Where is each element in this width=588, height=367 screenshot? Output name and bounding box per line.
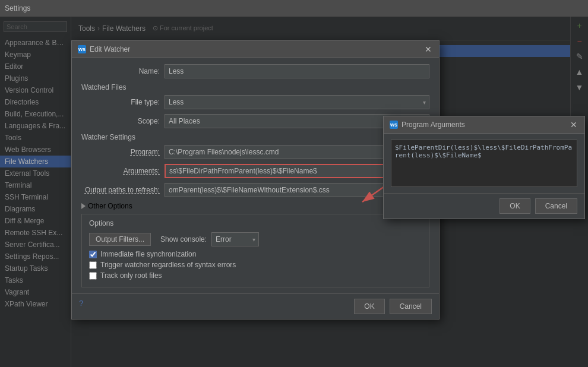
show-console-select-wrapper: Error Always Never ▾ <box>211 232 259 246</box>
trigger-watcher-label: Trigger watcher regardless of syntax err… <box>100 261 236 269</box>
edit-watcher-footer: ? OK Cancel <box>72 293 439 319</box>
prog-args-dialog: ws Program Arguments ✕ $FileParentDir(le… <box>383 116 585 219</box>
prog-args-ws-icon: ws <box>390 121 398 129</box>
options-row-1: Output Filters... Show console: Error Al… <box>89 232 422 246</box>
options-section-title: Options <box>89 219 422 227</box>
output-paths-row: Output paths to refresh: Insert <box>81 183 429 197</box>
arguments-label: Arguments: <box>81 167 165 175</box>
scope-label: Scope: <box>81 117 165 125</box>
help-icon[interactable]: ? <box>79 299 83 314</box>
prog-args-ok-button[interactable]: OK <box>500 198 530 214</box>
prog-args-title-text: Program Arguments <box>402 121 465 129</box>
title-bar: Settings <box>0 0 588 17</box>
edit-watcher-ok-button[interactable]: OK <box>354 299 384 314</box>
prog-args-content: $FileParentDir(less)$\less\$FileDirPathF… <box>391 140 577 187</box>
program-label: Program: <box>81 148 165 156</box>
show-console-row: Show console: Error Always Never ▾ <box>160 232 259 246</box>
watched-files-section-title: Watched Files <box>81 83 429 91</box>
name-row: Name: <box>81 64 429 78</box>
output-filters-button[interactable]: Output Filters... <box>89 233 151 246</box>
other-options-label: Other Options <box>88 202 132 210</box>
output-paths-input[interactable] <box>165 183 403 197</box>
other-options-row[interactable]: Other Options <box>81 202 429 210</box>
edit-watcher-cancel-button[interactable]: Cancel <box>390 299 432 314</box>
prog-args-body: $FileParentDir(less)$\less\$FileDirPathF… <box>384 134 584 193</box>
edit-watcher-close-button[interactable]: ✕ <box>423 45 433 54</box>
edit-watcher-title-text: Edit Watcher <box>90 45 130 53</box>
options-section: Options Output Filters... Show console: … <box>81 214 429 287</box>
edit-watcher-titlebar: ws Edit Watcher ✕ <box>72 41 439 58</box>
file-type-row: File type: Less ▾ <box>81 95 429 109</box>
immediate-sync-row: Immediate file synchronization <box>89 250 422 258</box>
file-type-select[interactable]: Less <box>165 95 429 109</box>
prog-args-close-button[interactable]: ✕ <box>569 120 578 129</box>
file-type-label: File type: <box>81 98 165 106</box>
trigger-watcher-row: Trigger watcher regardless of syntax err… <box>89 261 236 269</box>
ws-icon: ws <box>78 45 86 53</box>
arguments-row: Arguments: ⧉ Insert <box>81 164 429 178</box>
prog-args-footer: OK Cancel <box>384 193 584 219</box>
immediate-sync-label: Immediate file synchronization <box>100 250 196 258</box>
show-console-label: Show console: <box>160 235 207 243</box>
output-paths-label: Output paths to refresh: <box>81 186 165 194</box>
program-input[interactable] <box>165 145 415 159</box>
watcher-settings-title: Watcher Settings <box>81 133 429 141</box>
prog-args-titlebar: ws Program Arguments ✕ <box>384 116 584 134</box>
immediate-sync-checkbox[interactable] <box>89 251 97 258</box>
show-console-select[interactable]: Error Always Never <box>211 232 259 246</box>
track-root-checkbox[interactable] <box>89 272 97 280</box>
program-row: Program: ... <box>81 145 429 159</box>
name-input[interactable] <box>165 64 429 78</box>
name-label: Name: <box>81 67 165 75</box>
arguments-input[interactable] <box>165 164 391 178</box>
track-root-row: Track only root files <box>89 271 422 280</box>
trigger-watcher-checkbox[interactable] <box>89 261 97 269</box>
scope-row: Scope: All Places ▾ <box>81 114 429 128</box>
other-options-triangle-icon <box>81 203 86 209</box>
ide-window: Settings Appearance & Be... Keymap Edito… <box>0 0 588 367</box>
edit-watcher-title: ws Edit Watcher <box>78 45 130 53</box>
prog-args-title: ws Program Arguments <box>390 121 465 129</box>
title-text: Settings <box>5 4 30 12</box>
prog-args-cancel-button[interactable]: Cancel <box>535 198 577 214</box>
track-root-label: Track only root files <box>100 271 162 280</box>
file-type-select-wrapper: Less ▾ <box>165 95 429 109</box>
